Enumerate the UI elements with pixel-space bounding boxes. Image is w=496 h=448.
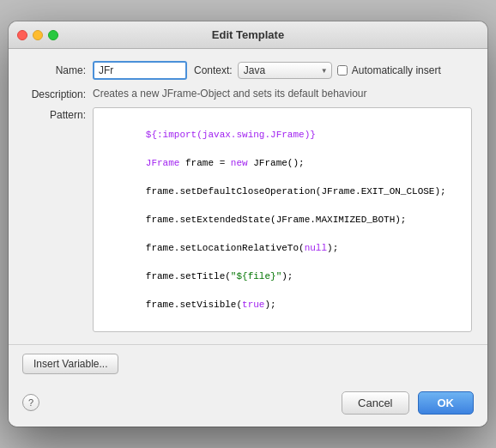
pattern-line-1: ${:import(javax.swing.JFrame)} bbox=[146, 130, 316, 140]
context-section: Context: Java Groovy Kotlin HTML XML Aut… bbox=[194, 62, 472, 79]
name-row: Name: Context: Java Groovy Kotlin HTML X… bbox=[24, 61, 472, 80]
insert-variable-button[interactable]: Insert Variable... bbox=[22, 354, 118, 374]
footer: ? Cancel OK bbox=[9, 383, 487, 427]
pattern-line-4: frame.setExtendedState(JFrame.MAXIMIZED_… bbox=[146, 215, 407, 225]
close-button[interactable] bbox=[17, 30, 27, 40]
form-content: Name: Context: Java Groovy Kotlin HTML X… bbox=[9, 49, 487, 344]
auto-insert-label: Automatically insert bbox=[352, 64, 441, 76]
pattern-line-6: frame.setTitle("${file}"); bbox=[146, 271, 293, 282]
maximize-button[interactable] bbox=[48, 30, 58, 40]
context-select[interactable]: Java Groovy Kotlin HTML XML bbox=[238, 62, 332, 79]
edit-template-dialog: Edit Template Name: Context: Java Groovy… bbox=[9, 21, 487, 427]
pattern-line-5: frame.setLocationRelativeTo(null); bbox=[146, 243, 338, 253]
pattern-line-2: JFrame frame = new JFrame(); bbox=[146, 158, 305, 168]
title-bar: Edit Template bbox=[9, 21, 487, 49]
context-select-wrapper: Java Groovy Kotlin HTML XML bbox=[238, 62, 332, 79]
traffic-lights bbox=[17, 30, 58, 40]
pattern-line-3: frame.setDefaultCloseOperation(JFrame.EX… bbox=[146, 186, 446, 197]
cancel-button[interactable]: Cancel bbox=[342, 391, 408, 415]
auto-insert-checkbox[interactable] bbox=[337, 65, 348, 76]
description-label: Description: bbox=[24, 87, 86, 100]
dialog-title: Edit Template bbox=[212, 28, 284, 41]
auto-insert-row: Automatically insert bbox=[337, 64, 441, 76]
context-label: Context: bbox=[194, 64, 233, 76]
pattern-row: Pattern: ${:import(javax.swing.JFrame)} … bbox=[24, 107, 472, 332]
minimize-button[interactable] bbox=[33, 30, 43, 40]
footer-buttons: Cancel OK bbox=[342, 391, 474, 415]
bottom-bar: Insert Variable... bbox=[9, 344, 487, 383]
pattern-label: Pattern: bbox=[24, 107, 86, 121]
pattern-line-7: frame.setVisible(true); bbox=[146, 300, 276, 310]
ok-button[interactable]: OK bbox=[418, 391, 475, 415]
help-button[interactable]: ? bbox=[22, 394, 39, 411]
pattern-editor[interactable]: ${:import(javax.swing.JFrame)} JFrame fr… bbox=[93, 107, 472, 332]
description-value: Creates a new JFrame-Object and sets its… bbox=[93, 88, 472, 100]
name-input[interactable] bbox=[93, 61, 187, 80]
description-row: Description: Creates a new JFrame-Object… bbox=[24, 87, 472, 100]
name-label: Name: bbox=[24, 64, 86, 76]
